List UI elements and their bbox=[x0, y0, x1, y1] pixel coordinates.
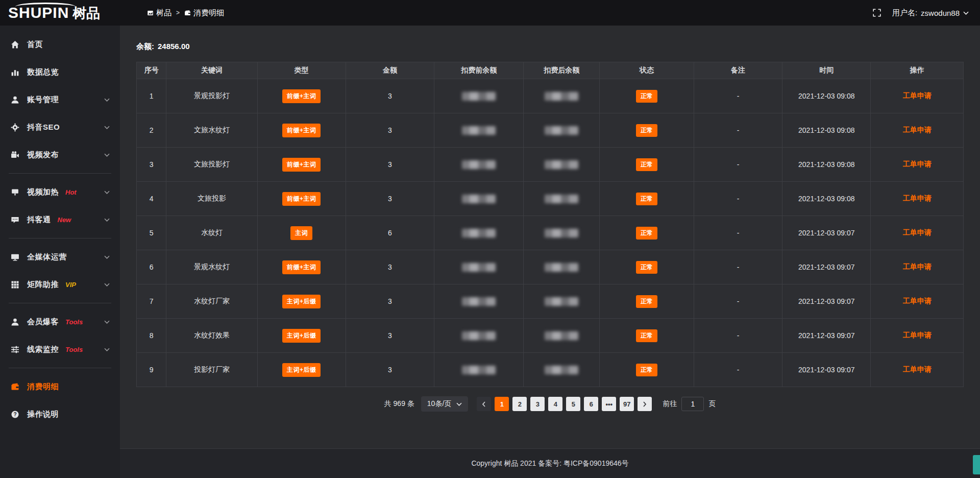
cell-balance-before bbox=[434, 182, 524, 216]
status-badge: 正常 bbox=[636, 295, 657, 308]
fullscreen-icon[interactable] bbox=[873, 9, 881, 17]
sidebar-item-monitor[interactable]: 全媒体运营 bbox=[0, 243, 120, 271]
cell-amount: 3 bbox=[346, 79, 434, 113]
sidebar-item-gear[interactable]: 抖音SEO bbox=[0, 113, 120, 141]
goto-page-input[interactable] bbox=[681, 397, 704, 411]
table-row: 5水纹灯主词6正常-2021-12-03 09:07工单申请 bbox=[137, 216, 964, 250]
user-dropdown[interactable]: 用户名: zswodun88 bbox=[892, 8, 969, 18]
cell-amount: 3 bbox=[346, 250, 434, 284]
page-button-1[interactable]: 1 bbox=[495, 397, 509, 411]
sidebar-item-sliders[interactable]: 线索监控Tools bbox=[0, 336, 120, 363]
sidebar-item-chat[interactable]: 抖客通New bbox=[0, 206, 120, 233]
column-header: 关键词 bbox=[166, 62, 257, 79]
logo[interactable]: SHUPIN 树品 bbox=[0, 5, 120, 20]
table-row: 2文旅水纹灯前缀+主词3正常-2021-12-03 09:08工单申请 bbox=[137, 113, 964, 148]
status-badge: 正常 bbox=[636, 90, 657, 103]
type-badge: 前缀+主词 bbox=[282, 89, 321, 103]
logo-arc bbox=[15, 3, 76, 11]
sidebar-item-wallet[interactable]: 消费明细 bbox=[0, 373, 120, 400]
sidebar-item-label: 抖音SEO bbox=[27, 123, 60, 132]
gear-icon bbox=[11, 123, 19, 132]
status-badge: 正常 bbox=[636, 261, 657, 274]
status-badge: 正常 bbox=[636, 329, 657, 342]
sidebar-item-video[interactable]: 视频发布 bbox=[0, 141, 120, 169]
wallet-icon bbox=[184, 10, 191, 16]
cell-remark: - bbox=[694, 79, 782, 113]
cell-status: 正常 bbox=[600, 148, 694, 182]
breadcrumb-item-current[interactable]: 消费明细 bbox=[184, 8, 224, 18]
prev-page-button[interactable] bbox=[477, 397, 491, 411]
side-widget[interactable] bbox=[973, 455, 980, 474]
ticket-request-link[interactable]: 工单申请 bbox=[903, 331, 932, 339]
cell-time: 2021-12-03 09:08 bbox=[782, 148, 871, 182]
cell-status: 正常 bbox=[600, 353, 694, 387]
chevron-down-icon bbox=[104, 320, 110, 324]
page-button-3[interactable]: 3 bbox=[530, 397, 545, 411]
cell-status: 正常 bbox=[600, 79, 694, 113]
sidebar-item-chart[interactable]: 数据总览 bbox=[0, 58, 120, 86]
sidebar-item-user[interactable]: 账号管理 bbox=[0, 86, 120, 113]
cell-action: 工单申请 bbox=[871, 319, 964, 353]
cell-remark: - bbox=[694, 182, 782, 216]
cell-balance-after bbox=[524, 148, 600, 182]
page-button-97[interactable]: 97 bbox=[620, 397, 634, 411]
table-row: 6景观水纹灯前缀+主词3正常-2021-12-03 09:07工单申请 bbox=[137, 250, 964, 284]
balance-label: 余额: bbox=[136, 42, 154, 52]
page-size-select[interactable]: 10条/页 bbox=[421, 396, 468, 412]
chevron-down-icon bbox=[104, 255, 110, 259]
footer: Copyright 树品 2021 备案号: 粤ICP备09019646号 bbox=[120, 448, 980, 478]
cell-keyword: 水纹灯效果 bbox=[166, 319, 257, 353]
column-header: 类型 bbox=[257, 62, 346, 79]
cell-status: 正常 bbox=[600, 284, 694, 319]
cell-balance-before bbox=[434, 353, 524, 387]
cell-index: 5 bbox=[137, 216, 166, 250]
cell-status: 正常 bbox=[600, 113, 694, 148]
cell-time: 2021-12-03 09:07 bbox=[782, 250, 871, 284]
status-badge: 正常 bbox=[636, 124, 657, 137]
ticket-request-link[interactable]: 工单申请 bbox=[903, 297, 932, 305]
sidebar-item-home[interactable]: 首页 bbox=[0, 31, 120, 58]
status-badge: 正常 bbox=[636, 193, 657, 205]
pagination-goto: 前往 页 bbox=[663, 397, 716, 411]
ticket-request-link[interactable]: 工单申请 bbox=[903, 262, 932, 271]
cell-time: 2021-12-03 09:07 bbox=[782, 284, 871, 319]
breadcrumb-label: 消费明细 bbox=[193, 8, 224, 18]
next-page-button[interactable] bbox=[638, 397, 652, 411]
blurred-balance-after bbox=[545, 92, 578, 101]
cell-keyword: 投影灯厂家 bbox=[166, 353, 257, 387]
sidebar-item-label: 操作说明 bbox=[27, 410, 59, 419]
ticket-request-link[interactable]: 工单申请 bbox=[903, 194, 932, 202]
table-row: 4文旅投影前缀+主词3正常-2021-12-03 09:08工单申请 bbox=[137, 182, 964, 216]
sidebar-item-label: 账号管理 bbox=[27, 95, 59, 105]
column-header: 金额 bbox=[346, 62, 434, 79]
more-pages-button[interactable]: ••• bbox=[602, 397, 616, 411]
sidebar-item-badge: Tools bbox=[65, 346, 83, 353]
sidebar-item-heat[interactable]: 视频加热Hot bbox=[0, 178, 120, 206]
chevron-down-icon bbox=[104, 348, 110, 351]
table-row: 3文旅投影灯前缀+主词3正常-2021-12-03 09:08工单申请 bbox=[137, 148, 964, 182]
cell-remark: - bbox=[694, 113, 782, 148]
ticket-request-link[interactable]: 工单申请 bbox=[903, 160, 932, 168]
cell-amount: 6 bbox=[346, 216, 434, 250]
sidebar-item-label: 消费明细 bbox=[27, 382, 59, 392]
goto-label: 前往 bbox=[663, 399, 677, 409]
cell-remark: - bbox=[694, 148, 782, 182]
sidebar-item-question[interactable]: ?操作说明 bbox=[0, 400, 120, 428]
ticket-request-link[interactable]: 工单申请 bbox=[903, 126, 932, 134]
page-button-5[interactable]: 5 bbox=[566, 397, 580, 411]
breadcrumb-item-home[interactable]: 树品 bbox=[147, 8, 172, 18]
sidebar-item-grid[interactable]: 矩阵助推VIP bbox=[0, 271, 120, 298]
cell-balance-before bbox=[434, 216, 524, 250]
ticket-request-link[interactable]: 工单申请 bbox=[903, 365, 932, 373]
ticket-request-link[interactable]: 工单申请 bbox=[903, 91, 932, 100]
cell-action: 工单申请 bbox=[871, 148, 964, 182]
column-header: 序号 bbox=[137, 62, 166, 79]
cell-remark: - bbox=[694, 250, 782, 284]
ticket-request-link[interactable]: 工单申请 bbox=[903, 228, 932, 236]
page-button-6[interactable]: 6 bbox=[584, 397, 598, 411]
sidebar-item-member[interactable]: 会员爆客Tools bbox=[0, 308, 120, 336]
cell-index: 8 bbox=[137, 319, 166, 353]
cell-balance-after bbox=[524, 216, 600, 250]
page-button-2[interactable]: 2 bbox=[512, 397, 527, 411]
page-button-4[interactable]: 4 bbox=[548, 397, 562, 411]
